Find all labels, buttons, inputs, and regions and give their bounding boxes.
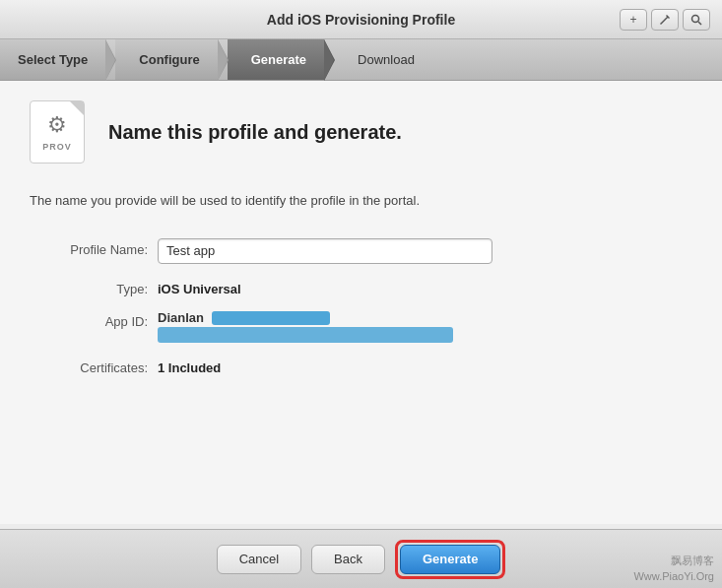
cancel-button[interactable]: Cancel bbox=[217, 545, 301, 574]
svg-point-0 bbox=[692, 15, 699, 22]
profile-header: ⚙ PROV Name this profile and generate. bbox=[30, 100, 692, 163]
titlebar: Add iOS Provisioning Profile + bbox=[0, 0, 722, 39]
step-select-type[interactable]: Select Type bbox=[0, 39, 105, 80]
app-id-row: App ID: Dianlan bbox=[30, 310, 692, 344]
type-label: Type: bbox=[30, 278, 158, 296]
generate-button[interactable]: Generate bbox=[400, 545, 500, 574]
search-button[interactable] bbox=[683, 9, 710, 31]
certificates-row: Certificates: 1 Included bbox=[30, 357, 692, 375]
step-generate[interactable]: Generate bbox=[228, 39, 324, 80]
type-row: Type: iOS Universal bbox=[30, 278, 692, 296]
edit-button[interactable] bbox=[651, 9, 679, 31]
app-id-blur-2 bbox=[158, 327, 453, 343]
titlebar-controls: + bbox=[620, 9, 710, 31]
icon-corner bbox=[70, 101, 84, 115]
description-text: The name you provide will be used to ide… bbox=[30, 191, 692, 211]
profile-name-row: Profile Name: bbox=[30, 238, 692, 264]
watermark: 飘易博客 Www.PiaoYi.Org bbox=[633, 554, 714, 584]
window-title: Add iOS Provisioning Profile bbox=[267, 12, 455, 28]
main-content: ⚙ PROV Name this profile and generate. T… bbox=[0, 81, 722, 524]
certificates-label: Certificates: bbox=[30, 357, 158, 375]
footer: Cancel Back Generate bbox=[0, 529, 722, 588]
profile-name-input[interactable] bbox=[158, 238, 492, 264]
add-button[interactable]: + bbox=[620, 9, 647, 31]
app-id-name: Dianlan bbox=[158, 310, 453, 326]
prov-icon: ⚙ PROV bbox=[30, 100, 93, 163]
back-button[interactable]: Back bbox=[311, 545, 385, 574]
svg-line-1 bbox=[698, 22, 701, 25]
app-id-blur-1 bbox=[212, 311, 330, 325]
profile-name-label: Profile Name: bbox=[30, 238, 158, 257]
wizard-steps: Select Type Configure Generate Download bbox=[0, 39, 722, 81]
app-id-value: Dianlan bbox=[158, 310, 453, 344]
form: Profile Name: Type: iOS Universal App ID… bbox=[30, 238, 692, 376]
section-title: Name this profile and generate. bbox=[108, 121, 402, 144]
generate-wrapper: Generate bbox=[395, 540, 505, 579]
certificates-value: 1 Included bbox=[158, 357, 221, 375]
step-download[interactable]: Download bbox=[334, 39, 432, 80]
type-value: iOS Universal bbox=[158, 278, 241, 296]
gear-icon: ⚙ bbox=[47, 112, 67, 138]
app-id-label: App ID: bbox=[30, 310, 158, 329]
step-configure[interactable]: Configure bbox=[115, 39, 217, 80]
